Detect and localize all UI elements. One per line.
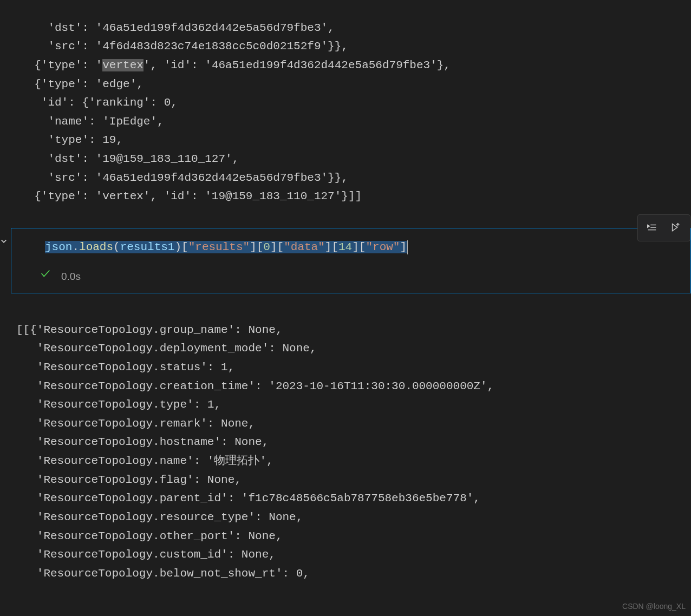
out-line: {'type': 'vertex', 'id': '46a51ed199f4d3… — [21, 59, 451, 71]
out-line: 'ResourceTopology.other_port': None, — [16, 530, 282, 542]
out-line: 'ResourceTopology.below_not_show_rt': 0, — [16, 567, 310, 580]
out-line: [[{'ResourceTopology.group_name': None, — [16, 324, 282, 336]
code-editor[interactable]: json.loads(results1)["results"][0]["data… — [11, 228, 690, 265]
out-line: 'ResourceTopology.hostname': None, — [16, 436, 269, 448]
out-line: {'type': 'edge', — [21, 78, 144, 90]
code-cell[interactable]: json.loads(results1)["results"][0]["data… — [11, 228, 691, 293]
watermark-text: CSDN @loong_XL — [622, 600, 686, 613]
out-line: 'type': 19, — [21, 134, 123, 146]
prev-cell-output: 'dst': '46a51ed199f4d362d442e5a56d79fbe3… — [0, 0, 691, 206]
cell-output: [[{'ResourceTopology.group_name': None, … — [0, 293, 691, 584]
out-line: 'dst': '19@159_183_110_127', — [21, 153, 239, 165]
out-line: 'ResourceTopology.deployment_mode': None… — [16, 342, 317, 355]
out-line: 'id': {'ranking': 0, — [21, 96, 178, 109]
out-line: 'dst': '46a51ed199f4d362d442e5a56d79fbe3… — [21, 22, 335, 34]
success-check-icon — [40, 267, 51, 286]
out-line: 'ResourceTopology.type': 1, — [16, 398, 221, 411]
out-line: 'ResourceTopology.custom_id': None, — [16, 548, 276, 561]
out-line: 'src': '4f6d483d823c74e1838cc5c0d02152f9… — [21, 40, 348, 53]
out-line: 'name': 'IpEdge', — [21, 115, 164, 128]
out-line: 'ResourceTopology.parent_id': 'f1c78c485… — [16, 492, 480, 504]
out-line: {'type': 'vertex', 'id': '19@159_183_110… — [21, 190, 362, 202]
cell-status: 0.0s — [11, 265, 690, 293]
search-highlight: vertex — [102, 59, 144, 71]
cell-collapse-chevron[interactable] — [0, 237, 8, 250]
out-line: 'ResourceTopology.name': '物理拓扑', — [16, 455, 273, 467]
out-line: 'ResourceTopology.resource_type': None, — [16, 511, 303, 523]
out-line: 'ResourceTopology.status': 1, — [16, 361, 234, 373]
text-cursor — [407, 240, 408, 254]
out-line: 'ResourceTopology.creation_time': '2023-… — [16, 380, 494, 392]
out-line: 'ResourceTopology.remark': None, — [16, 417, 255, 430]
out-line: 'src': '46a51ed199f4d362d442e5a56d79fbe3… — [21, 172, 348, 184]
execution-time: 0.0s — [61, 268, 81, 285]
out-line: 'ResourceTopology.flag': None, — [16, 474, 242, 486]
